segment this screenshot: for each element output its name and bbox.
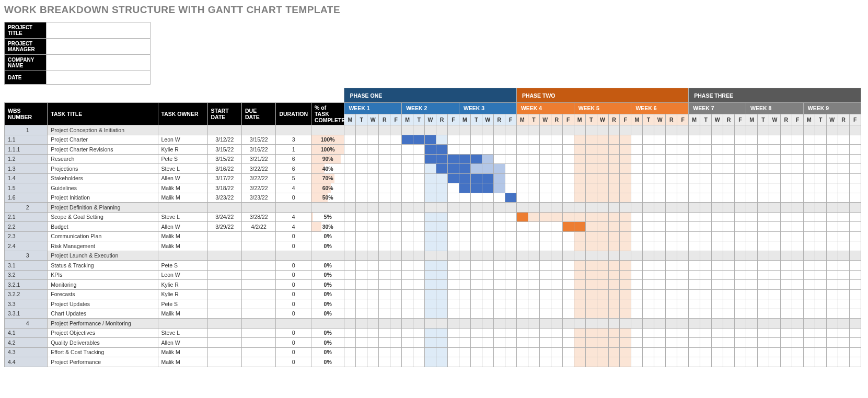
gantt-cell[interactable] [815,347,826,357]
gantt-cell[interactable] [585,145,597,155]
gantt-cell[interactable] [402,203,413,213]
gantt-cell[interactable] [574,231,585,241]
gantt-cell[interactable] [516,270,528,280]
gantt-cell[interactable] [344,309,356,319]
gantt-cell[interactable] [528,309,539,319]
gantt-cell[interactable] [620,328,631,338]
gantt-cell[interactable] [585,164,597,174]
gantt-cell[interactable] [539,125,551,135]
gantt-cell[interactable] [390,125,402,135]
gantt-cell[interactable] [792,328,803,338]
gantt-cell[interactable] [402,347,413,357]
gantt-cell[interactable] [689,125,700,135]
gantt-cell[interactable] [769,164,780,174]
gantt-cell[interactable] [470,299,482,309]
gantt-cell[interactable] [723,154,735,164]
gantt-cell[interactable] [712,193,723,203]
gantt-cell[interactable] [597,145,608,155]
gantt-cell[interactable] [470,222,482,232]
gantt-cell[interactable] [482,328,493,338]
gantt-cell[interactable] [666,135,677,145]
gantt-cell[interactable] [447,251,459,261]
gantt-cell[interactable] [689,203,700,213]
gantt-cell[interactable] [735,347,746,357]
gantt-cell[interactable] [757,173,769,183]
gantt-cell[interactable] [379,299,390,309]
gantt-cell[interactable] [367,347,379,357]
gantt-cell[interactable] [757,261,769,271]
gantt-cell[interactable] [677,289,689,299]
gantt-cell[interactable] [402,328,413,338]
gantt-cell[interactable] [459,193,470,203]
gantt-cell[interactable] [390,261,402,271]
gantt-cell[interactable] [849,299,861,309]
gantt-cell[interactable] [459,212,470,222]
pct-cell[interactable] [311,251,344,261]
gantt-cell[interactable] [493,280,505,290]
gantt-cell[interactable] [838,357,849,367]
gantt-cell[interactable] [539,241,551,251]
gantt-cell[interactable] [689,154,700,164]
gantt-cell[interactable] [723,299,735,309]
gantt-cell[interactable] [803,289,815,299]
task-owner-cell[interactable]: Leon W [158,270,207,280]
gantt-cell[interactable] [447,241,459,251]
gantt-cell[interactable] [367,135,379,145]
gantt-cell[interactable] [574,299,585,309]
gantt-cell[interactable] [666,154,677,164]
gantt-cell[interactable] [712,135,723,145]
gantt-cell[interactable] [597,328,608,338]
gantt-cell[interactable] [574,203,585,213]
gantt-cell[interactable] [574,280,585,290]
gantt-cell[interactable] [826,309,838,319]
gantt-cell[interactable] [620,309,631,319]
gantt-cell[interactable] [666,183,677,193]
gantt-cell[interactable] [597,203,608,213]
gantt-cell[interactable] [551,289,562,299]
gantt-cell[interactable] [849,241,861,251]
gantt-cell[interactable] [379,183,390,193]
task-title-cell[interactable]: Project Launch & Execution [48,251,158,261]
gantt-cell[interactable] [539,309,551,319]
gantt-cell[interactable] [413,289,425,299]
gantt-cell[interactable] [379,241,390,251]
gantt-cell[interactable] [723,241,735,251]
gantt-cell[interactable] [792,319,803,329]
gantt-cell[interactable] [493,338,505,348]
gantt-cell[interactable] [849,125,861,135]
gantt-cell[interactable] [780,125,792,135]
gantt-cell[interactable] [447,145,459,155]
gantt-cell[interactable] [689,280,700,290]
gantt-cell[interactable] [505,270,516,280]
gantt-cell[interactable] [677,222,689,232]
gantt-cell[interactable] [608,164,620,174]
gantt-cell[interactable] [436,164,448,174]
gantt-cell[interactable] [815,154,826,164]
gantt-cell[interactable] [505,289,516,299]
gantt-cell[interactable] [597,309,608,319]
gantt-cell[interactable] [666,261,677,271]
gantt-cell[interactable] [643,125,654,135]
due-date-cell[interactable]: 3/28/22 [241,212,275,222]
gantt-cell[interactable] [574,289,585,299]
gantt-cell[interactable] [470,357,482,367]
gantt-cell[interactable] [379,270,390,280]
gantt-cell[interactable] [608,125,620,135]
gantt-cell[interactable] [402,125,413,135]
due-date-cell[interactable]: 3/22/22 [241,183,275,193]
gantt-cell[interactable] [528,347,539,357]
gantt-cell[interactable] [585,125,597,135]
gantt-cell[interactable] [562,251,574,261]
start-date-cell[interactable] [207,299,241,309]
gantt-cell[interactable] [493,319,505,329]
gantt-cell[interactable] [402,173,413,183]
gantt-cell[interactable] [551,173,562,183]
gantt-cell[interactable] [712,145,723,155]
gantt-cell[interactable] [723,270,735,280]
gantt-cell[interactable] [735,183,746,193]
gantt-cell[interactable] [757,222,769,232]
gantt-cell[interactable] [666,203,677,213]
gantt-cell[interactable] [539,212,551,222]
task-owner-cell[interactable]: Steve L [158,212,207,222]
gantt-cell[interactable] [379,261,390,271]
